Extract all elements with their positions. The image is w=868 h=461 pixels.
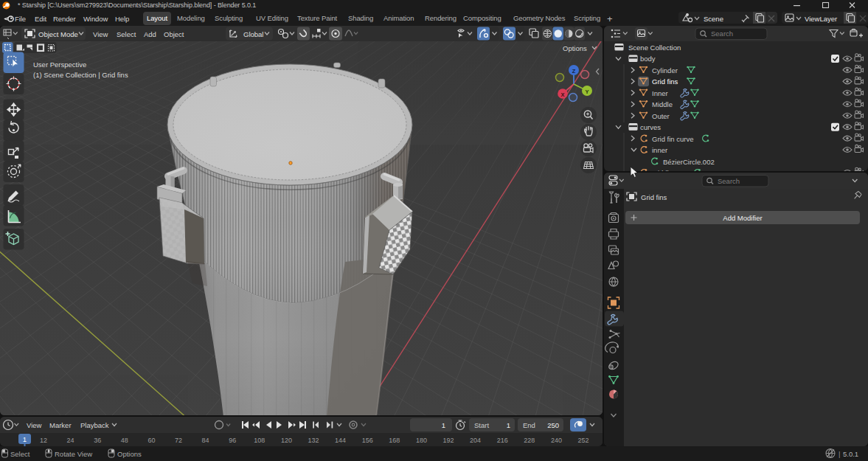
svg-text:168: 168 (389, 437, 400, 444)
svg-text:144: 144 (335, 437, 346, 444)
svg-text:192: 192 (442, 437, 454, 444)
svg-text:Cylinder: Cylinder (652, 66, 678, 74)
svg-text:User Perspective: User Perspective (33, 60, 86, 69)
svg-text:Scene: Scene (704, 15, 723, 23)
svg-text:Inner: Inner (652, 89, 668, 97)
svg-text:|: | (839, 450, 840, 458)
svg-text:Add: Add (144, 30, 156, 38)
svg-text:1: 1 (23, 435, 27, 443)
svg-text:Options: Options (117, 450, 142, 458)
svg-text:24: 24 (67, 437, 74, 444)
svg-text:Playback: Playback (80, 421, 109, 429)
svg-text:240: 240 (551, 437, 562, 444)
svg-text:ViewLayer: ViewLayer (805, 15, 837, 23)
svg-text:Grid fin curve: Grid fin curve (652, 135, 694, 143)
svg-text:Z: Z (572, 68, 576, 74)
svg-text:Outer: Outer (652, 112, 670, 120)
svg-text:View: View (27, 421, 42, 429)
svg-text:5.0.1: 5.0.1 (843, 450, 858, 458)
svg-text:Grid fins: Grid fins (652, 77, 678, 86)
svg-text:Middle: Middle (652, 100, 673, 108)
svg-text:Object Mode: Object Mode (38, 30, 78, 38)
svg-text:Search: Search (718, 177, 740, 185)
svg-text:Select: Select (117, 30, 136, 38)
svg-text:Start: Start (474, 421, 489, 429)
svg-text:inner: inner (652, 146, 667, 154)
svg-text:96: 96 (229, 437, 236, 444)
svg-text:204: 204 (470, 437, 481, 444)
svg-text:228: 228 (524, 437, 535, 444)
svg-text:48: 48 (121, 437, 128, 444)
svg-text:Grid fins: Grid fins (641, 193, 667, 201)
svg-text:Middle.001: Middle.001 (652, 169, 686, 171)
svg-text:Options: Options (563, 44, 587, 52)
svg-text:180: 180 (416, 437, 427, 444)
svg-text:Global: Global (243, 30, 263, 38)
svg-text:Y: Y (585, 89, 588, 95)
svg-text:BézierCircle.002: BézierCircle.002 (663, 158, 715, 166)
svg-text:1: 1 (507, 421, 510, 429)
svg-text:60: 60 (147, 437, 155, 444)
svg-text:Rotate View: Rotate View (55, 450, 92, 458)
svg-text:12: 12 (40, 437, 47, 444)
svg-text:Marker: Marker (49, 421, 72, 429)
svg-text:216: 216 (497, 437, 508, 444)
svg-text:Select: Select (10, 450, 30, 458)
svg-text:Scene Collection: Scene Collection (628, 44, 681, 52)
svg-text:Search: Search (711, 30, 733, 38)
svg-text:72: 72 (175, 437, 182, 444)
svg-text:132: 132 (308, 437, 319, 444)
svg-text:120: 120 (281, 437, 292, 444)
svg-text:1: 1 (442, 421, 445, 429)
svg-text:250: 250 (547, 421, 559, 429)
svg-text:36: 36 (94, 437, 101, 444)
svg-text:108: 108 (254, 437, 265, 444)
svg-text:Object: Object (164, 30, 184, 38)
svg-text:body: body (640, 55, 656, 63)
svg-text:252: 252 (577, 437, 588, 444)
svg-text:curves: curves (640, 123, 661, 131)
svg-text:View: View (93, 30, 108, 38)
svg-text:End: End (523, 421, 535, 429)
svg-text:156: 156 (362, 437, 373, 444)
svg-text:84: 84 (202, 437, 209, 444)
svg-text:(1) Scene Collection | Grid fi: (1) Scene Collection | Grid fins (33, 71, 128, 79)
svg-text:Add Modifier: Add Modifier (723, 214, 762, 222)
svg-text:X: X (560, 91, 564, 98)
